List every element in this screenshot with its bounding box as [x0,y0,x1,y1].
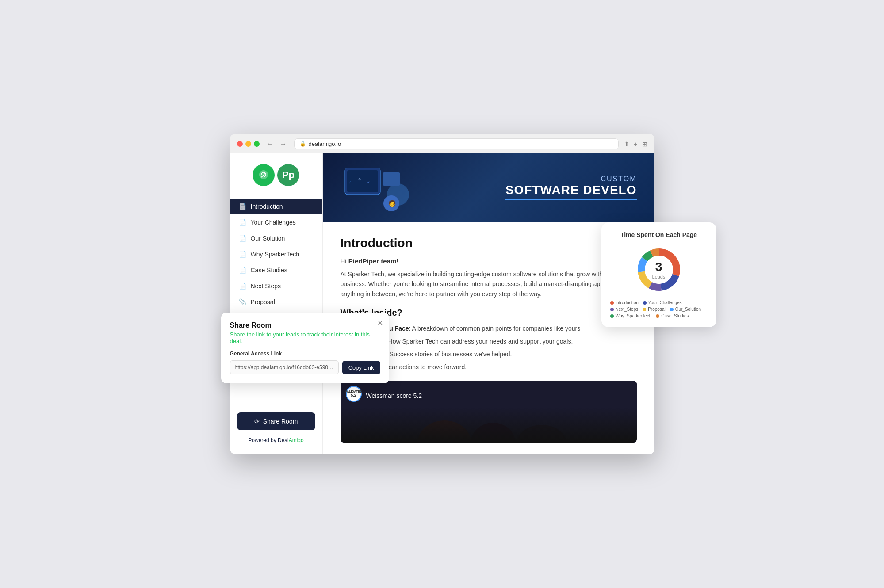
sidebar-label-why-sparkertech: Why SparkerTech [251,251,299,258]
leads-number: 3 [652,260,666,274]
doc-icon-6: 📄 [239,283,246,290]
sidebar-item-our-solution[interactable]: 📄 Our Solution [230,230,322,246]
legend-label-our-solution: Our_Solution [675,307,701,312]
maximize-button[interactable] [254,141,260,147]
sidebar-item-proposal[interactable]: 📎 Proposal [230,294,322,310]
legend-label-next-steps: Next_Steps [616,307,639,312]
sidebar-label-your-challenges: Your Challenges [251,219,296,226]
url-text: dealamigo.io [309,141,341,147]
sidebar-label-proposal: Proposal [251,298,275,305]
greeting-bold: PiedPiper team! [348,257,398,265]
sidebar-item-case-studies[interactable]: 📄 Case Studies [230,262,322,278]
minimize-button[interactable] [245,141,251,147]
browser-chrome: ← → 🔒 dealamigo.io ⬆ + ⊞ [230,134,654,153]
copy-link-button[interactable]: Copy Link [342,361,380,374]
legend-label-introduction: Introduction [616,300,639,305]
legend-dot-why-sparkertech [610,314,614,318]
legend-label-proposal: Proposal [648,307,665,312]
svg-rect-3 [383,172,400,186]
donut-chart: 3 Leads [610,245,708,294]
browser-window: ← → 🔒 dealamigo.io ⬆ + ⊞ [230,134,654,454]
legend-dot-introduction [610,301,614,305]
share-popup-subtitle: Share the link to your leads to track th… [230,331,380,344]
sidebar-item-introduction[interactable]: 📄 Introduction [230,199,322,214]
legend-label-case-studies: Case_Studies [661,313,689,318]
browser-actions: ⬆ + ⊞ [624,141,647,148]
share-room-button[interactable]: ⟳ Share Room [237,412,315,430]
grid-icon[interactable]: ⊞ [642,141,647,148]
share-link-input[interactable]: https://app.dealamigo.io/f16ddb63-e590-4… [230,360,339,374]
share-popup-title: Share Room [230,321,380,329]
legend-dot-our-solution [670,308,674,311]
legend-dot-next-steps [610,308,614,311]
sidebar-item-why-sparkertech[interactable]: 📄 Why SparkerTech [230,246,322,262]
logo-icon-1 [253,164,275,186]
close-button[interactable] [237,141,243,147]
hero-banner: { } ⚙ ✓ 🧑 CUSTOM SOFTWARE DEVELO [323,153,654,222]
svg-text:{ }: { } [349,180,353,184]
chart-legend: Introduction Your_Challenges Next_Steps … [610,300,708,318]
doc-icon-5: 📄 [239,267,246,274]
nav-buttons: ← → [265,139,289,149]
sidebar-label-case-studies: Case Studies [251,267,287,274]
share-icon-btn: ⟳ [254,418,260,425]
legend-item-challenges: Your_Challenges [643,300,682,305]
powered-by: Powered by DealAmigo [230,437,322,447]
browser-body: Pp 📄 Introduction 📄 Your Challenges 📄 Ou… [230,153,654,454]
doc-icon: 📄 [239,203,246,210]
hero-illustration: { } ⚙ ✓ 🧑 [341,153,420,222]
legend-dot-case-studies [656,314,659,318]
share-room-label: Share Room [263,418,298,425]
doc-icon-3: 📄 [239,235,246,242]
legend-dot-challenges [643,301,647,305]
svg-text:⚙: ⚙ [358,178,361,181]
legend-dot-proposal [643,308,646,311]
body-text: At Sparker Tech, we specialize in buildi… [341,269,637,299]
share-icon[interactable]: ⬆ [624,141,629,148]
sidebar-label-introduction: Introduction [251,203,283,210]
greeting-text: Hi PiedPiper team! [341,257,637,265]
doc-icon-2: 📄 [239,219,246,226]
address-bar[interactable]: 🔒 dealamigo.io [294,138,619,149]
popup-close-button[interactable]: ✕ [377,319,383,327]
sidebar-label-our-solution: Our Solution [251,235,285,242]
leads-label: Leads [652,274,666,279]
share-popup-link-row: https://app.dealamigo.io/f16ddb63-e590-4… [230,360,380,374]
video-thumbnail[interactable]: VALIDATED 5.2 Weissman score 5.2 ⬆ Share [341,381,637,443]
page-title: Introduction [341,236,637,250]
share-popup-link-label: General Access Link [230,351,380,357]
sidebar: Pp 📄 Introduction 📄 Your Challenges 📄 Ou… [230,153,323,454]
donut-center: 3 Leads [652,260,666,279]
video-badge: VALIDATED 5.2 [346,386,362,402]
logo-area: Pp [230,164,322,186]
time-spent-card: Time Spent On Each Page [601,222,716,327]
forward-button[interactable]: → [278,139,289,149]
time-spent-title: Time Spent On Each Page [610,231,708,238]
sidebar-item-next-steps[interactable]: 📄 Next Steps [230,278,322,294]
new-tab-icon[interactable]: + [634,141,637,148]
svg-text:✓: ✓ [367,180,370,184]
legend-label-why-sparkertech: Why_SparkerTech [616,313,652,318]
legend-item-case-studies: Case_Studies [656,313,689,318]
traffic-lights [237,141,260,147]
legend-item-proposal: Proposal [643,307,665,312]
hero-banner-content: CUSTOM SOFTWARE DEVELO [505,175,637,200]
lock-icon: 🔒 [300,141,306,147]
legend-item-why-sparkertech: Why_SparkerTech [610,313,652,318]
hero-title: SOFTWARE DEVELO [505,183,637,197]
back-button[interactable]: ← [265,139,276,149]
sidebar-label-next-steps: Next Steps [251,283,281,290]
hero-underline [505,199,637,200]
legend-item-introduction: Introduction [610,300,639,305]
legend-item-next-steps: Next_Steps [610,307,639,312]
share-popup: ✕ Share Room Share the link to your lead… [221,313,389,383]
legend-item-our-solution: Our_Solution [670,307,701,312]
svg-text:🧑: 🧑 [388,200,396,207]
sidebar-item-your-challenges[interactable]: 📄 Your Challenges [230,214,322,230]
clip-icon: 📎 [239,298,246,305]
logo-icon-2: Pp [277,164,299,186]
legend-label-challenges: Your_Challenges [648,300,682,305]
doc-icon-4: 📄 [239,251,246,258]
hero-custom-label: CUSTOM [505,175,637,183]
video-title: Weissman score 5.2 [366,392,422,399]
